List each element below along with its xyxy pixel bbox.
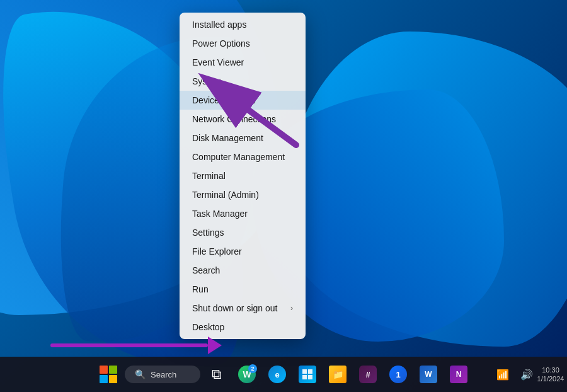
1password-icon: 1 [389, 366, 407, 383]
clock-time: 10:30 [537, 366, 564, 374]
menu-item-label: File Explorer [192, 246, 242, 257]
tray-network[interactable]: 📶 [491, 363, 514, 386]
arrow-line [50, 343, 208, 347]
edge-icon: e [268, 366, 286, 383]
store-svg [302, 369, 313, 380]
tray-clock[interactable]: 10:30 1/1/2024 [539, 363, 562, 386]
clock-display: 10:30 1/1/2024 [537, 366, 564, 384]
onenote-icon: N [450, 366, 467, 383]
svg-rect-4 [308, 375, 312, 379]
whatsapp-badge: 2 [248, 364, 257, 373]
context-menu: Installed appsPower OptionsEvent ViewerS… [180, 13, 306, 339]
store-icon [299, 366, 316, 383]
menu-item-label: Disk Management [192, 133, 263, 143]
menu-item-power-options[interactable]: Power Options [180, 34, 306, 53]
windows-logo [100, 366, 117, 383]
menu-item-network-connections[interactable]: Network Connections [180, 110, 306, 129]
menu-item-label: Task Manager [192, 209, 248, 219]
taskbar-onenote[interactable]: N [445, 360, 472, 388]
tray-volume[interactable]: 🔊 [515, 363, 538, 386]
taskbar-explorer[interactable]: 📁 [324, 360, 352, 388]
menu-item-label: System [192, 76, 222, 86]
svg-rect-3 [302, 375, 307, 379]
menu-item-label: Desktop [192, 322, 224, 332]
menu-item-run[interactable]: Run [180, 280, 306, 299]
menu-item-label: Settings [192, 228, 224, 238]
menu-item-file-explorer[interactable]: File Explorer [180, 242, 306, 261]
menu-item-search[interactable]: Search [180, 261, 306, 280]
menu-item-disk-management[interactable]: Disk Management [180, 129, 306, 147]
menu-item-system[interactable]: System [180, 72, 306, 91]
menu-item-event-viewer[interactable]: Event Viewer [180, 53, 306, 72]
taskbar-1password[interactable]: 1 [384, 360, 412, 388]
menu-item-terminal-admin[interactable]: Terminal (Admin) [180, 185, 306, 204]
menu-item-label: Run [192, 284, 209, 294]
menu-item-label: Terminal (Admin) [192, 190, 259, 200]
folder-icon: 📁 [329, 366, 346, 383]
menu-item-label: Installed apps [192, 20, 246, 30]
network-icon: 📶 [496, 369, 509, 381]
bottom-annotation-arrow [50, 337, 222, 354]
task-view-button[interactable]: ⧉ [203, 360, 231, 388]
menu-item-label: Computer Management [192, 152, 285, 162]
taskbar-store[interactable] [294, 360, 321, 388]
volume-icon: 🔊 [520, 369, 533, 381]
desktop: Installed appsPower OptionsEvent ViewerS… [0, 0, 567, 392]
taskbar-word[interactable]: W [415, 360, 442, 388]
word-icon: W [420, 366, 437, 383]
menu-item-terminal[interactable]: Terminal [180, 166, 306, 185]
taskbar: 🔍 Search ⧉ W 2 e [0, 357, 567, 392]
taskbar-edge[interactable]: e [263, 360, 291, 388]
menu-item-label: Event Viewer [192, 57, 244, 67]
menu-item-label: Power Options [192, 38, 250, 49]
clock-date: 1/1/2024 [537, 374, 564, 383]
menu-item-task-manager[interactable]: Task Manager [180, 204, 306, 223]
search-button[interactable]: 🔍 Search [125, 366, 200, 383]
search-label: Search [151, 370, 176, 379]
menu-item-installed-apps[interactable]: Installed apps [180, 15, 306, 34]
menu-item-desktop[interactable]: Desktop [180, 318, 306, 337]
svg-rect-2 [308, 369, 312, 374]
taskbar-slack[interactable]: # [354, 360, 382, 388]
start-button[interactable] [94, 360, 122, 388]
taskbar-center: 🔍 Search ⧉ W 2 e [94, 360, 472, 388]
menu-item-label: Terminal [192, 171, 226, 181]
svg-rect-1 [302, 369, 307, 374]
menu-item-device-manager[interactable]: Device Manager [180, 91, 306, 110]
search-icon: 🔍 [135, 369, 146, 379]
menu-item-computer-management[interactable]: Computer Management [180, 147, 306, 166]
menu-item-label: Device Manager [192, 95, 256, 105]
submenu-arrow-icon: › [290, 304, 293, 313]
menu-item-label: Network Connections [192, 114, 276, 124]
arrow-head [208, 337, 222, 354]
task-view-icon: ⧉ [212, 366, 222, 383]
menu-item-label: Search [192, 265, 220, 275]
taskbar-whatsapp[interactable]: W 2 [233, 360, 261, 388]
menu-item-shut-down-or-sign-out[interactable]: Shut down or sign out› [180, 299, 306, 318]
menu-item-settings[interactable]: Settings [180, 223, 306, 242]
menu-item-label: Shut down or sign out [192, 303, 277, 313]
system-tray: 📶 🔊 10:30 1/1/2024 [491, 363, 562, 386]
slack-icon: # [359, 366, 377, 383]
